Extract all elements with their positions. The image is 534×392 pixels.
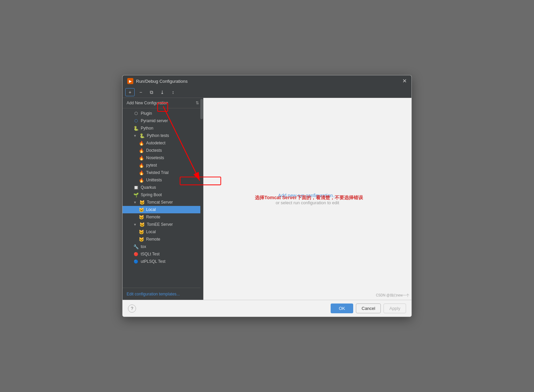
sidebar-label-tox: tox — [141, 244, 146, 249]
sidebar-item-python-tests[interactable]: ▼ 🐍 Python tests — [123, 132, 203, 139]
tomee-remote-icon: 🐱 — [139, 237, 144, 242]
tomee-local-icon: 🐱 — [139, 229, 144, 235]
sidebar-item-tomee-remote[interactable]: 🐱 Remote — [123, 236, 203, 243]
quarkus-icon: 🔲 — [133, 185, 139, 190]
cancel-button[interactable]: Cancel — [356, 304, 381, 313]
sidebar-label-quarkus: Quarkus — [141, 185, 156, 190]
doctests-icon: 🔥 — [139, 148, 144, 153]
sidebar-label-python: Python — [141, 126, 153, 131]
toolbar: + − ⧉ ⤓ ↕ — [123, 87, 411, 98]
sidebar-item-tox[interactable]: 🔧 tox — [123, 243, 203, 250]
sidebar-label-tsqlt: tSQLt Test — [141, 252, 160, 256]
sidebar-label-doctests: Doctests — [146, 148, 162, 153]
python-icon: 🐍 — [133, 126, 139, 131]
sidebar-title: Add New Configuration — [127, 101, 168, 105]
app-icon: ▶ — [127, 78, 133, 84]
sidebar-item-utplsql[interactable]: 🔵 utPLSQL Test — [123, 258, 203, 265]
sidebar-item-nosetests[interactable]: 🔥 Nosetests — [123, 154, 203, 162]
copy-button[interactable]: ⧉ — [147, 88, 156, 96]
footer-left: ? — [128, 305, 136, 313]
sidebar-label-tomee-server: TomEE Server — [147, 222, 173, 227]
pytest-icon: 🔥 — [139, 163, 144, 168]
tomcat-remote-icon: 🐱 — [139, 214, 144, 220]
unittests-icon: 🔥 — [139, 177, 144, 183]
sidebar-item-tomcat-local[interactable]: 🐱 Local — [123, 206, 203, 213]
tsqlt-icon: 🔴 — [133, 251, 139, 257]
sidebar-label-pytest: pytest — [146, 163, 157, 168]
remove-button[interactable]: − — [136, 88, 145, 96]
sidebar-label-autodetect: Autodetect — [146, 141, 165, 145]
close-button[interactable]: ✕ — [402, 78, 407, 84]
sidebar-item-doctests[interactable]: 🔥 Doctests — [123, 147, 203, 154]
sidebar-label-utplsql: utPLSQL Test — [141, 259, 165, 264]
sidebar-label-tomee-remote: Remote — [146, 237, 160, 242]
move-button[interactable]: ⤓ — [158, 88, 167, 96]
sidebar-item-tomee-server[interactable]: ▼ 🐱 TomEE Server — [123, 221, 203, 228]
help-button[interactable]: ? — [128, 305, 136, 313]
twisted-trial-icon: 🔥 — [139, 170, 144, 175]
sidebar-item-tomcat-remote[interactable]: 🐱 Remote — [123, 213, 203, 221]
sidebar-label-spring-boot: Spring Boot — [141, 192, 162, 197]
sidebar-tree[interactable]: ⬡ Plugin ⬡ Pyramid server 🐍 Python ▼ 🐍 — [123, 108, 203, 288]
content-area: Add New Configuration ⇅ ⬡ Plugin ⬡ Pyram… — [123, 98, 411, 300]
sort-button[interactable]: ↕ — [168, 88, 178, 96]
sidebar-label-unittests: Unittests — [146, 178, 162, 182]
dialog-title: Run/Debug Configurations — [136, 79, 188, 84]
tomee-icon: 🐱 — [139, 222, 145, 227]
tomee-expand-icon: ▼ — [133, 223, 137, 226]
tomcat-icon: 🐱 — [139, 200, 145, 205]
sidebar-item-autodetect[interactable]: 🔥 Autodetect — [123, 139, 203, 147]
tomcat-expand-icon: ▼ — [133, 201, 137, 204]
sidebar-item-quarkus[interactable]: 🔲 Quarkus — [123, 184, 203, 191]
add-button[interactable]: + — [125, 88, 135, 96]
sidebar-label-twisted-trial: Twisted Trial — [146, 170, 169, 175]
run-debug-dialog: ▶ Run/Debug Configurations ✕ + − ⧉ ⤓ ↕ A… — [122, 75, 412, 317]
python-tests-expand-icon: ▼ — [133, 134, 137, 138]
annotation-text: 选择Tomcat Server下面的，看清楚，不要选择错误 — [255, 195, 363, 200]
sidebar-sort-icon: ⇅ — [196, 101, 199, 105]
title-bar: ▶ Run/Debug Configurations ✕ — [123, 75, 411, 87]
edit-templates-link[interactable]: Edit configuration templates... — [127, 292, 180, 296]
sidebar-label-tomcat-remote: Remote — [146, 215, 160, 219]
apply-button[interactable]: Apply — [383, 304, 406, 313]
sidebar: Add New Configuration ⇅ ⬡ Plugin ⬡ Pyram… — [123, 98, 203, 300]
nosetests-icon: 🔥 — [139, 155, 144, 161]
autodetect-icon: 🔥 — [139, 140, 144, 146]
title-bar-left: ▶ Run/Debug Configurations — [127, 78, 188, 84]
sidebar-label-plugin: Plugin — [141, 111, 152, 116]
sidebar-label-python-tests: Python tests — [147, 133, 169, 138]
sidebar-item-plugin[interactable]: ⬡ Plugin — [123, 110, 203, 117]
sidebar-label-pyramid: Pyramid server — [141, 118, 168, 123]
sidebar-label-tomee-local: Local — [146, 229, 156, 234]
sidebar-item-pyramid[interactable]: ⬡ Pyramid server — [123, 117, 203, 124]
edit-templates-section: Edit configuration templates... — [123, 288, 203, 300]
footer-right: OK Cancel Apply — [331, 304, 406, 313]
sidebar-item-pytest[interactable]: 🔥 pytest — [123, 162, 203, 169]
main-panel: Add new run configuration... or select r… — [203, 98, 411, 300]
sidebar-item-python[interactable]: 🐍 Python — [123, 124, 203, 132]
pyramid-icon: ⬡ — [133, 118, 139, 123]
sidebar-item-spring-boot[interactable]: 🌱 Spring Boot — [123, 191, 203, 199]
sidebar-item-tomee-local[interactable]: 🐱 Local — [123, 228, 203, 236]
sidebar-header: Add New Configuration ⇅ — [123, 98, 203, 108]
sidebar-item-tomcat-server[interactable]: ▼ 🐱 Tomcat Server — [123, 199, 203, 206]
plugin-icon: ⬡ — [133, 111, 139, 116]
utplsql-icon: 🔵 — [133, 259, 139, 264]
sidebar-item-tsqlt[interactable]: 🔴 tSQLt Test — [123, 250, 203, 258]
tomcat-local-icon: 🐱 — [139, 207, 144, 212]
scrollbar-thumb[interactable] — [200, 99, 203, 119]
annotation-container: 选择Tomcat Server下面的，看清楚，不要选择错误 — [255, 195, 363, 201]
watermark: CSDN @我们new一个 — [376, 293, 409, 298]
tox-icon: 🔧 — [133, 244, 139, 249]
spring-boot-icon: 🌱 — [133, 192, 139, 198]
sidebar-label-tomcat-server: Tomcat Server — [147, 200, 173, 205]
python-tests-icon: 🐍 — [139, 133, 145, 138]
sidebar-item-unittests[interactable]: 🔥 Unittests — [123, 176, 203, 184]
sidebar-item-twisted-trial[interactable]: 🔥 Twisted Trial — [123, 169, 203, 176]
dialog-footer: ? OK Cancel Apply — [123, 300, 411, 317]
sidebar-label-tomcat-local: Local — [146, 207, 156, 212]
ok-button[interactable]: OK — [331, 304, 353, 313]
sidebar-label-nosetests: Nosetests — [146, 155, 164, 160]
scrollbar-track[interactable] — [200, 98, 203, 300]
